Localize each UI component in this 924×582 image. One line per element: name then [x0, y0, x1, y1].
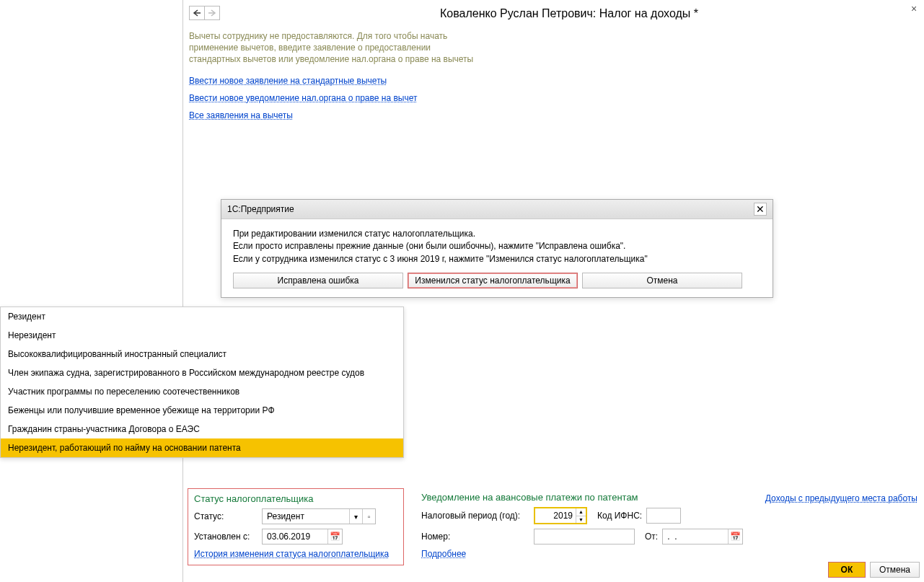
status-row: Статус: ▾ ▫: [194, 508, 397, 524]
patent-advance-section: Уведомление на авансовые платежи по пате…: [421, 490, 710, 559]
number-row: Номер: От: 📅: [421, 529, 710, 544]
set-from-label: Установлен с:: [194, 532, 258, 542]
status-change-modal: 1С:Предприятие ✕ При редактировании изме…: [221, 199, 773, 298]
modal-cancel-button[interactable]: Отмена: [582, 273, 742, 288]
from-date[interactable]: 📅: [662, 529, 743, 544]
deductions-hint: Вычеты сотруднику не предоставляются. Дл…: [183, 26, 486, 70]
ifns-label: Код ИФНС:: [597, 511, 642, 521]
nav-forward-button[interactable]: [204, 6, 220, 20]
nav-back-button[interactable]: [189, 6, 205, 20]
modal-fixed-error-button[interactable]: Исправлена ошибка: [233, 273, 403, 288]
toolbar: Коваленко Руслан Петрович: Налог на дохо…: [183, 0, 924, 26]
modal-header: 1С:Предприятие ✕: [221, 200, 773, 219]
status-history-link[interactable]: История изменения статуса налогоплательщ…: [194, 549, 389, 559]
set-from-input[interactable]: [263, 529, 327, 544]
spin-up-button[interactable]: ▲: [576, 508, 586, 516]
advance-section-title: Уведомление на авансовые платежи по пате…: [421, 492, 710, 503]
dropdown-item[interactable]: Гражданин страны-участника Договора о ЕА…: [1, 420, 403, 438]
modal-title: 1С:Предприятие: [227, 204, 294, 214]
notice-number-input[interactable]: [534, 529, 635, 544]
period-input[interactable]: [535, 508, 576, 523]
spin-down-button[interactable]: ▼: [576, 516, 586, 524]
link-new-standard-deduction[interactable]: Ввести новое заявление на стандартные вы…: [189, 76, 387, 86]
tax-period-spinner[interactable]: ▲ ▼: [534, 507, 587, 524]
modal-line2: Если просто исправлены прежние данные (о…: [233, 240, 761, 252]
window-title: Коваленко Руслан Петрович: Налог на дохо…: [220, 3, 918, 23]
dropdown-item[interactable]: Нерезидент: [1, 326, 403, 345]
modal-line1: При редактировании изменился статус нало…: [233, 228, 761, 240]
window-close-button[interactable]: ×: [908, 3, 920, 14]
spin-buttons: ▲ ▼: [576, 508, 586, 523]
previous-income-link[interactable]: Доходы с предыдущего места работы: [765, 490, 918, 503]
dropdown-item[interactable]: Резидент: [1, 307, 403, 326]
modal-body: При редактировании изменился статус нало…: [221, 219, 773, 297]
status-dropdown-list: Резидент Нерезидент Высококвалифицирован…: [0, 307, 404, 458]
combo-open-button[interactable]: ▫: [362, 509, 375, 524]
ifns-code-input[interactable]: [646, 508, 681, 524]
taxpayer-section-title: Статус налогоплательщика: [194, 493, 397, 504]
from-date-input[interactable]: [663, 529, 728, 544]
status-label: Статус:: [194, 511, 258, 521]
modal-status-changed-button[interactable]: Изменился статус налогоплательщика: [408, 273, 578, 288]
links-block: Ввести новое заявление на стандартные вы…: [183, 70, 924, 126]
modal-line3: Если у сотрудника изменился статус с 3 и…: [233, 253, 761, 265]
modal-text: При редактировании изменился статус нало…: [233, 228, 761, 265]
modal-buttons: Исправлена ошибка Изменился статус налог…: [233, 273, 761, 288]
modal-close-button[interactable]: ✕: [754, 203, 767, 216]
lower-pane: Статус налогоплательщика Статус: ▾ ▫ Уст…: [185, 490, 920, 568]
number-label: Номер:: [421, 532, 529, 542]
advance-details-link[interactable]: Подробнее: [421, 549, 466, 559]
status-input[interactable]: [263, 509, 349, 524]
calendar-icon[interactable]: 📅: [327, 529, 342, 544]
dropdown-item[interactable]: Беженцы или получившие временное убежище…: [1, 401, 403, 420]
from-label: От:: [645, 532, 658, 542]
calendar-icon[interactable]: 📅: [728, 529, 742, 544]
combo-dropdown-button[interactable]: ▾: [349, 509, 362, 524]
period-row: Налоговый период (год): ▲ ▼ Код ИФНС:: [421, 507, 710, 524]
link-all-applications[interactable]: Все заявления на вычеты: [189, 110, 293, 120]
period-label: Налоговый период (год):: [421, 511, 529, 521]
set-from-row: Установлен с: 📅: [194, 529, 397, 544]
set-from-date[interactable]: 📅: [262, 529, 343, 544]
dropdown-item-selected[interactable]: Нерезидент, работающий по найму на основ…: [1, 438, 403, 457]
arrow-right-icon: [208, 9, 216, 17]
dropdown-item[interactable]: Член экипажа судна, зарегистрированного …: [1, 363, 403, 382]
dropdown-item[interactable]: Высококвалифицированный иностранный спец…: [1, 345, 403, 363]
taxpayer-status-section: Статус налогоплательщика Статус: ▾ ▫ Уст…: [188, 488, 404, 565]
status-combo[interactable]: ▾ ▫: [262, 508, 376, 524]
arrow-left-icon: [193, 9, 201, 17]
link-new-tax-notice[interactable]: Ввести новое уведомление нал.органа о пр…: [189, 93, 417, 103]
dropdown-item[interactable]: Участник программы по переселению соотеч…: [1, 382, 403, 401]
